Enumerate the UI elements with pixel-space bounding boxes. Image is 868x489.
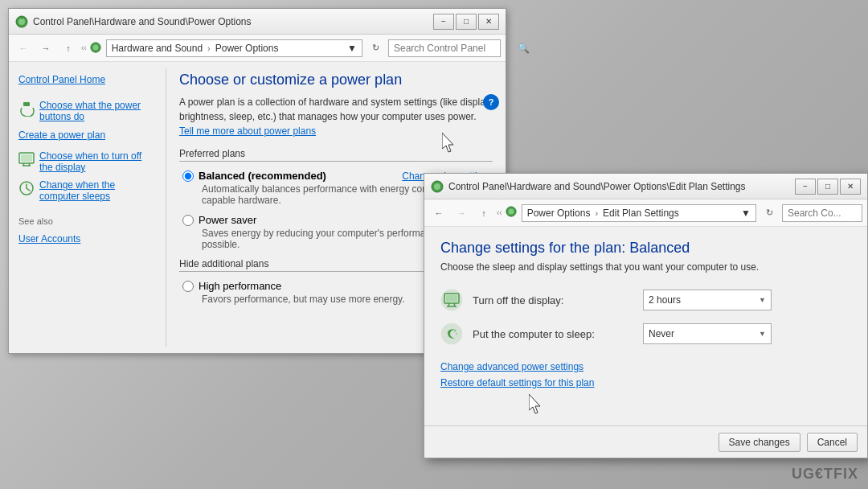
address-bar: ← → ↑ ‹‹ Hardware and Sound › Power Opti… bbox=[9, 35, 506, 62]
w2-address-dropdown-arrow[interactable]: ▼ bbox=[741, 208, 751, 219]
maximize-button[interactable]: □ bbox=[456, 14, 477, 30]
breadcrumb-part2: Power Options bbox=[215, 43, 279, 54]
sleep-setting-value: Never bbox=[649, 328, 674, 339]
breadcrumb-sep: › bbox=[207, 43, 211, 53]
title-bar-controls: − □ ✕ bbox=[433, 14, 499, 30]
close-button[interactable]: ✕ bbox=[478, 14, 499, 30]
advanced-settings-link[interactable]: Change advanced power settings bbox=[440, 361, 851, 372]
display-setting-select[interactable]: 2 hours ▼ bbox=[643, 290, 772, 310]
sidebar-choose-buttons-label: Choose what the power buttons do bbox=[39, 100, 156, 122]
window-icon bbox=[15, 15, 28, 28]
svg-rect-4 bbox=[23, 102, 30, 106]
high-performance-plan-name: High performance bbox=[199, 280, 281, 292]
restore-defaults-link[interactable]: Restore default settings for this plan bbox=[440, 377, 851, 388]
page-desc: A power plan is a collection of hardware… bbox=[179, 95, 493, 138]
w2-back-button[interactable]: ← bbox=[429, 203, 448, 223]
svg-point-17 bbox=[456, 333, 457, 335]
high-performance-plan-left: High performance bbox=[182, 280, 281, 292]
breadcrumb-part1: Hardware and Sound bbox=[112, 43, 203, 54]
sidebar-control-panel-home[interactable]: Control Panel Home bbox=[9, 70, 166, 90]
sleep-setting-icon bbox=[440, 323, 463, 345]
display-setting-label: Turn off the display: bbox=[473, 294, 633, 306]
svg-point-16 bbox=[454, 330, 457, 332]
w2-search-input[interactable] bbox=[788, 208, 868, 219]
sidebar-item-choose-display[interactable]: Choose when to turn off the display bbox=[9, 149, 166, 175]
svg-point-15 bbox=[441, 323, 462, 344]
address-dropdown-arrow[interactable]: ▼ bbox=[347, 43, 357, 54]
w2-page-desc: Choose the sleep and display settings th… bbox=[440, 261, 851, 273]
sidebar-nav-icons: Choose what the power buttons do Create … bbox=[9, 98, 166, 203]
w2-breadcrumb-sep: › bbox=[595, 208, 598, 218]
title-bar: Control Panel\Hardware and Sound\Power O… bbox=[9, 9, 506, 35]
sidebar: Control Panel Home Choose what the power… bbox=[9, 62, 166, 353]
address-path[interactable]: Hardware and Sound › Power Options ▼ bbox=[106, 39, 362, 57]
title-bar-text: Control Panel\Hardware and Sound\Power O… bbox=[33, 16, 433, 27]
w2-footer: Save changes Cancel bbox=[424, 425, 867, 458]
high-performance-radio[interactable] bbox=[182, 281, 194, 292]
sleep-moon-icon bbox=[440, 323, 463, 345]
preferred-plans-header: Preferred plans bbox=[179, 148, 493, 162]
search-box[interactable]: 🔍 bbox=[388, 39, 501, 57]
w2-page-title: Change settings for the plan: Balanced bbox=[440, 240, 851, 257]
power-saver-radio[interactable] bbox=[182, 215, 194, 226]
save-changes-button[interactable]: Save changes bbox=[719, 433, 800, 452]
search-input[interactable] bbox=[394, 43, 514, 54]
sidebar-create-plan[interactable]: Create a power plan bbox=[9, 125, 166, 146]
w2-search-box[interactable]: 🔍 bbox=[782, 204, 862, 222]
sidebar-user-accounts[interactable]: User Accounts bbox=[18, 229, 156, 249]
w2-title-bar: Control Panel\Hardware and Sound\Power O… bbox=[424, 174, 867, 199]
watermark: UG€TFIX bbox=[792, 466, 858, 483]
w2-up-button[interactable]: ↑ bbox=[474, 203, 493, 223]
w2-nav-separator: ‹‹ bbox=[497, 208, 502, 217]
w2-close-button[interactable]: ✕ bbox=[840, 179, 861, 195]
sleep-select-arrow: ▼ bbox=[759, 330, 766, 338]
sleep-setting-label: Put the computer to sleep: bbox=[473, 328, 633, 340]
w2-address-bar: ← → ↑ ‹‹ Power Options › Edit Plan Setti… bbox=[424, 199, 867, 227]
w2-breadcrumb-icon bbox=[506, 206, 517, 220]
power-icon bbox=[18, 101, 35, 117]
w2-forward-button[interactable]: → bbox=[452, 203, 471, 223]
w2-title-bar-controls: − □ ✕ bbox=[795, 179, 861, 195]
sidebar-change-sleep-label: Change when the computer sleeps bbox=[39, 179, 156, 202]
w2-window-icon bbox=[431, 180, 444, 193]
monitor-display-icon bbox=[440, 289, 463, 311]
monitor-icon bbox=[18, 151, 35, 167]
w2-content: Change settings for the plan: Balanced C… bbox=[424, 227, 867, 406]
balanced-plan-left: Balanced (recommended) bbox=[182, 170, 326, 182]
balanced-radio[interactable] bbox=[182, 171, 194, 182]
svg-rect-6 bbox=[21, 154, 32, 162]
back-button[interactable]: ← bbox=[14, 39, 33, 58]
sleep-setting-row: Put the computer to sleep: Never ▼ bbox=[440, 323, 851, 345]
sidebar-choose-display-label: Choose when to turn off the display bbox=[39, 150, 156, 173]
tell-me-more-link[interactable]: Tell me more about power plans bbox=[179, 125, 316, 137]
w2-breadcrumb-part1: Power Options bbox=[527, 208, 591, 219]
breadcrumb-icon bbox=[90, 42, 101, 55]
up-button[interactable]: ↑ bbox=[59, 39, 78, 58]
svg-point-1 bbox=[18, 18, 25, 25]
svg-rect-14 bbox=[446, 295, 457, 302]
edit-plan-settings-window: Control Panel\Hardware and Sound\Power O… bbox=[424, 173, 868, 458]
minimize-button[interactable]: − bbox=[433, 14, 454, 30]
w2-breadcrumb-part2: Edit Plan Settings bbox=[603, 208, 679, 219]
svg-point-9 bbox=[434, 183, 440, 190]
w2-refresh-button[interactable]: ↻ bbox=[760, 203, 779, 223]
power-saver-plan-name: Power saver bbox=[199, 214, 256, 226]
help-button[interactable]: ? bbox=[483, 94, 499, 110]
w2-title-bar-text: Control Panel\Hardware and Sound\Power O… bbox=[448, 181, 795, 192]
sidebar-item-choose-buttons[interactable]: Choose what the power buttons do bbox=[9, 98, 166, 124]
sidebar-item-change-sleep[interactable]: Change when the computer sleeps bbox=[9, 178, 166, 203]
sleep-setting-select[interactable]: Never ▼ bbox=[643, 323, 772, 344]
display-setting-row: Turn off the display: 2 hours ▼ bbox=[440, 289, 851, 311]
w2-address-path[interactable]: Power Options › Edit Plan Settings ▼ bbox=[522, 204, 756, 222]
nav-separator: ‹‹ bbox=[81, 43, 87, 52]
forward-button[interactable]: → bbox=[36, 39, 55, 58]
w2-maximize-button[interactable]: □ bbox=[817, 179, 838, 195]
refresh-button[interactable]: ↻ bbox=[366, 39, 385, 58]
cancel-button[interactable]: Cancel bbox=[807, 433, 858, 452]
w2-links: Change advanced power settings Restore d… bbox=[440, 361, 851, 388]
svg-point-11 bbox=[508, 209, 514, 215]
w2-minimize-button[interactable]: − bbox=[795, 179, 816, 195]
page-title: Choose or customize a power plan bbox=[179, 72, 493, 88]
see-also-section: See also User Accounts bbox=[9, 216, 166, 249]
display-setting-value: 2 hours bbox=[649, 294, 681, 306]
